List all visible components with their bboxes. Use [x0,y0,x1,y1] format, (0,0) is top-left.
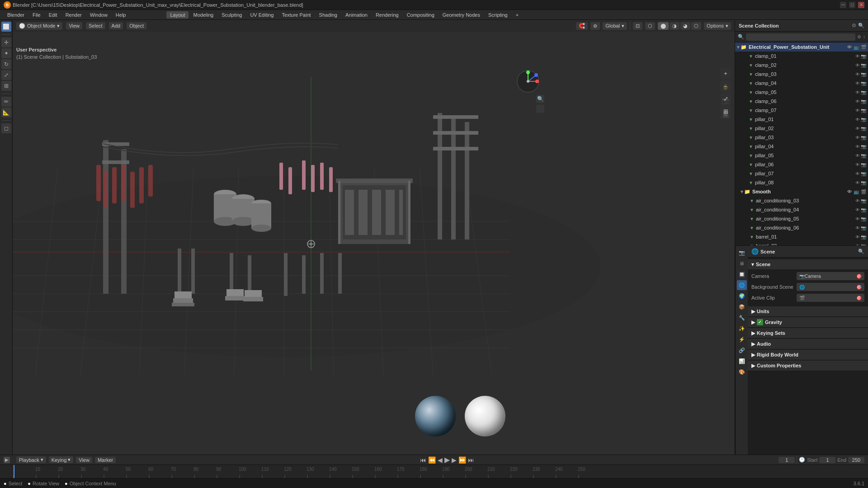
render-icon[interactable]: 🎬 [861,45,866,50]
render-icon[interactable]: 📷 [861,63,866,68]
outliner-search-btn[interactable]: 🔍 [858,23,864,28]
step-back-btn[interactable]: ◀ [438,456,443,464]
render-icon[interactable]: 📷 [861,171,866,176]
outliner-item-scene-collection[interactable]: ▾ 📁 Electrical_Power_Substation_Unit 👁 📺… [735,42,868,52]
render-icon[interactable]: 📷 [861,108,866,113]
eye-icon[interactable]: 👁 [855,135,860,140]
outliner-item-pillar-08[interactable]: ▶ ▼ pillar_08 👁 📷 [735,178,868,187]
viewport-add-menu[interactable]: Add [109,22,123,29]
zoom-in-btn[interactable]: + [720,68,731,79]
render-icon[interactable]: 📷 [861,235,866,239]
prop-custom-props-header[interactable]: ▶ Custom Properties [748,361,868,371]
eye-icon[interactable]: 👁 [855,171,860,176]
start-frame-input[interactable]: 1 [819,457,835,463]
outliner-item-clamp-06[interactable]: ▶ ▼ clamp_06 👁 📷 [735,97,868,106]
render-icon[interactable]: 📷 [861,135,866,140]
prop-icon-particles[interactable]: ✨ [737,324,747,333]
viewport-view-menu[interactable]: View [66,22,82,29]
viewport-icon[interactable]: 📺 [854,189,859,194]
proportional-edit[interactable]: ⊚ [590,22,600,30]
bg-scene-eyedropper[interactable]: 🎯 [856,285,862,290]
prop-icon-constraints[interactable]: 🔗 [737,345,747,355]
outliner-filter-icon[interactable]: ⚙ [857,34,861,39]
view-menu[interactable]: View [76,457,92,463]
xray-btn[interactable]: ⬡ [645,22,655,30]
keying-menu[interactable]: Keying ▾ [49,456,74,463]
eye-icon[interactable]: 👁 [855,90,860,95]
prop-icon-data[interactable]: 📊 [737,356,747,366]
minimize-button[interactable]: ─ [840,2,846,8]
viewport-canvas[interactable]: 🔍 User Perspective (1) Scene Collection … [13,32,735,455]
eye-icon[interactable]: 👁 [855,207,860,212]
outliner-item-air-06[interactable]: ▼ air_conditioning_06 👁 📷 [735,223,868,232]
eye-icon[interactable]: 👁 [855,81,860,86]
workspace-tab-shading[interactable]: Shading [316,11,341,19]
zoom-to-fit-btn[interactable]: ⤢ [720,93,731,104]
render-icon[interactable]: 🎬 [861,189,866,194]
outliner-item-smooth-collection[interactable]: ▾ 📁 Smooth 👁 📺 🎬 [735,187,868,196]
menubar-render[interactable]: Render [62,11,85,19]
prop-units-header[interactable]: ▶ Units [748,306,868,316]
workspace-tab-scripting[interactable]: Scripting [485,11,511,19]
menubar-blender[interactable]: Blender [4,11,28,19]
render-icon[interactable]: 📷 [861,126,866,131]
outliner-item-clamp-04[interactable]: ▶ ▼ clamp_04 👁 📷 [735,79,868,88]
snap-toggle[interactable]: 🧲 [576,22,588,30]
material-shading[interactable]: ◑ [670,22,679,30]
workspace-tab-rendering[interactable]: Rendering [372,11,402,19]
render-icon[interactable]: 📷 [861,207,866,212]
viewport-select-menu[interactable]: Select [86,22,105,29]
close-button[interactable]: ✕ [858,2,864,8]
outliner-item-pillar-01[interactable]: ▶ ▼ pillar_01 👁 📷 [735,115,868,124]
eye-icon[interactable]: 👁 [855,108,860,113]
workspace-tab-sculpting[interactable]: Sculpting [218,11,245,19]
tool-transform[interactable]: ⊞ [1,81,11,91]
eye-icon[interactable]: 👁 [855,180,860,185]
workspace-tab-geometry-nodes[interactable]: Geometry Nodes [439,11,484,19]
maximize-button[interactable]: □ [849,2,855,8]
workspace-tab-animation[interactable]: Animation [342,11,371,19]
workspace-tab-uv-editing[interactable]: UV Editing [246,11,277,19]
outliner-item-clamp-02[interactable]: ▶ ▼ clamp_02 👁 📷 [735,61,868,70]
eye-icon[interactable]: 👁 [855,225,860,230]
solid-shading[interactable]: ⬤ [658,22,669,30]
eye-icon[interactable]: 👁 [847,45,852,50]
prop-icon-scene[interactable]: 🌐 [737,280,747,290]
outliner-sort-icon[interactable]: ↕ [863,34,865,39]
render-icon[interactable]: 📷 [861,81,866,86]
eye-icon[interactable]: 👁 [855,198,860,203]
prop-keying-sets-header[interactable]: ▶ Keying Sets [748,328,868,338]
render-icon[interactable]: 📷 [861,99,866,104]
workspace-tab-compositing[interactable]: Compositing [403,11,438,19]
outliner-item-air-03[interactable]: ▼ air_conditioning_03 👁 📷 [735,196,868,205]
prop-icon-object[interactable]: 📦 [737,302,747,312]
outliner-item-clamp-03[interactable]: ▶ ▼ clamp_03 👁 📷 [735,70,868,79]
rendered-shading[interactable]: ◕ [680,22,690,30]
eye-icon[interactable]: 👁 [855,63,860,68]
outliner-item-clamp-07[interactable]: ▶ ▼ clamp_07 👁 📷 [735,106,868,115]
eye-icon[interactable]: 👁 [855,126,860,131]
zoom-out-btn[interactable]: – [720,80,731,91]
workspace-tab-texture-paint[interactable]: Texture Paint [278,11,314,19]
render-icon[interactable]: 📷 [861,216,866,221]
prop-audio-header[interactable]: ▶ Audio [748,339,868,349]
next-keyframe-btn[interactable]: ⏩ [458,456,466,464]
outliner-item-pillar-02[interactable]: ▶ ▼ pillar_02 👁 📷 [735,124,868,133]
render-icon[interactable]: 📷 [861,225,866,230]
workspace-tab-layout[interactable]: Layout [166,11,189,19]
overlay-btn[interactable]: ⊡ [633,22,642,30]
tool-move[interactable]: ✦ [1,48,11,58]
gravity-checkbox[interactable]: ✓ [757,319,763,325]
menubar-file[interactable]: File [29,11,44,19]
outliner-item-pillar-07[interactable]: ▶ ▼ pillar_07 👁 📷 [735,169,868,178]
render-icon[interactable]: 📷 [861,162,866,167]
render-icon[interactable]: 📷 [861,198,866,203]
active-clip-eyedropper[interactable]: 🎯 [856,296,862,300]
eye-icon[interactable]: 👁 [855,216,860,221]
outliner-item-clamp-01[interactable]: ▶ ▼ clamp_01 👁 📷 [735,52,868,61]
eye-icon[interactable]: 👁 [855,162,860,167]
eye-icon[interactable]: 👁 [855,117,860,122]
viewport-object-menu[interactable]: Object [127,22,146,29]
tool-measure[interactable]: 📐 [1,108,11,117]
viewport-mode-selector[interactable]: ⚪ Object Mode ▾ [16,22,62,30]
